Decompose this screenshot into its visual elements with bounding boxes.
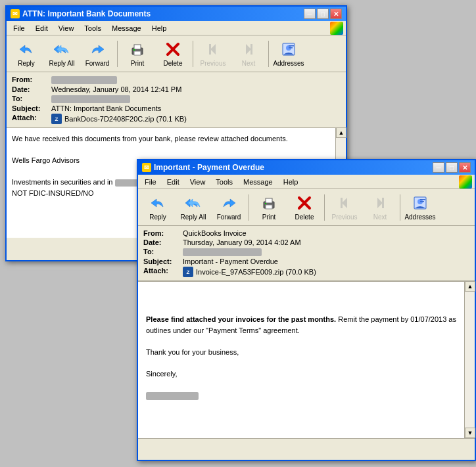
email-header-2: From: QuickBooks Invoice Date: Thursday,… [138,226,475,280]
subject-label-2: Subject: [143,257,183,265]
closing-redacted-2 [146,392,199,400]
menu-edit-1[interactable]: Edit [32,23,52,33]
scroll-down-2[interactable]: ▼ [465,428,475,438]
scroll-up-2[interactable]: ▲ [465,281,475,292]
svg-rect-9 [250,44,252,55]
body-closing-2: Sincerely, [146,368,456,380]
reply-button-1[interactable]: Reply [9,37,43,70]
from-value-1 [51,76,341,84]
title-bar-left-1: ✉ ATTN: Important Bank Documents [11,9,151,18]
svg-rect-15 [266,198,272,203]
email-header-1: From: Date: Wednesday, January 08, 2014 … [7,72,346,127]
next-button-2[interactable]: Next [363,191,397,224]
svg-rect-21 [341,198,343,208]
print-button-2[interactable]: Print [252,191,286,224]
title-bar-1: ✉ ATTN: Important Bank Documents ─ □ ✕ [7,7,346,21]
date-row-2: Date: Thursday, January 09, 2014 4:02 AM [143,238,469,247]
menu-help-2[interactable]: Help [279,177,302,187]
menu-message-2[interactable]: Message [239,177,277,187]
attach-filename-2: Invoice-E_97A53FE009.zip (70.0 KB) [196,268,316,276]
svg-rect-12 [289,45,294,47]
print-label-1: Print [131,60,145,67]
delete-button-1[interactable]: Delete [156,37,190,70]
reply-button-2[interactable]: Reply [141,191,175,224]
body-area-2: Please find attached your invoices for t… [138,280,475,438]
previous-button-1[interactable]: Previous [196,37,230,70]
addresses-label-1: Addresses [273,60,304,67]
window-2: ✉ Important - Payment Overdue ─ □ ✕ File… [137,159,476,461]
delete-button-2[interactable]: Delete [287,191,321,224]
menu-bar-2: File Edit View Tools Message Help [138,175,475,189]
close-button-2[interactable]: ✕ [459,162,471,173]
to-label-1: To: [12,95,51,102]
attach-value-row-1: Z BankDocs-7D2408F20C.zip (70.1 KB) [51,114,187,124]
menu-help-1[interactable]: Help [148,23,171,33]
body-para2-2: Thank you for your business, [146,347,456,358]
to-row-1: To: [12,94,341,104]
svg-marker-20 [342,198,347,208]
svg-rect-23 [382,198,384,208]
maximize-button-1[interactable]: □ [317,9,329,19]
date-label-1: Date: [12,85,51,93]
to-row-2: To: [143,247,469,257]
from-redacted-1 [51,76,117,84]
menu-view-1[interactable]: View [55,23,78,33]
email-body-2: Please find attached your invoices for t… [138,281,464,438]
window-icon-1: ✉ [11,9,20,18]
scroll-up-1[interactable]: ▲ [336,127,346,138]
close-button-1[interactable]: ✕ [330,9,342,19]
menu-edit-2[interactable]: Edit [163,177,183,187]
attach-label-1: Attach: [12,114,51,122]
next-label-2: Next [373,213,387,221]
addresses-button-2[interactable]: Addresses [403,191,437,224]
from-row-2: From: QuickBooks Invoice [143,229,469,238]
toolbar-sep-2 [193,41,193,67]
delete-label-1: Delete [164,60,183,67]
menu-file-1[interactable]: File [9,23,29,33]
toolbar-sep-5 [324,194,325,221]
menu-message-1[interactable]: Message [108,23,145,33]
addresses-button-1[interactable]: Addresses [272,37,306,70]
print-button-1[interactable]: Print [120,37,155,70]
toolbar-2: Reply Reply All Forward P [138,189,475,226]
minimize-button-2[interactable]: ─ [433,162,444,173]
forward-button-1[interactable]: Forward [80,37,114,70]
to-redacted-2 [183,248,262,256]
print-label-2: Print [262,213,276,221]
window-title-2: Important - Payment Overdue [154,163,264,172]
scroll-track-2 [465,292,475,428]
attach-row-2: Attach: Z Invoice-E_97A53FE009.zip (70.0… [143,266,469,278]
next-button-1[interactable]: Next [231,37,266,70]
previous-button-2[interactable]: Previous [327,191,362,224]
reply-all-button-2[interactable]: Reply All [176,191,210,224]
attach-icon-1: Z [51,114,62,124]
forward-button-2[interactable]: Forward [212,191,246,224]
from-row-1: From: [12,75,341,85]
menu-tools-2[interactable]: Tools [212,177,237,187]
menu-bar-1: File Edit View Tools Message Help [7,21,346,35]
previous-label-2: Previous [332,213,358,221]
toolbar-sep-6 [400,194,400,221]
reply-label-1: Reply [18,60,35,67]
addresses-label-2: Addresses [404,213,435,221]
svg-rect-7 [209,44,211,55]
subject-row-2: Subject: Important - Payment Overdue [143,257,469,266]
forward-label-2: Forward [217,213,241,221]
delete-label-2: Delete [295,213,314,221]
svg-rect-3 [133,49,135,51]
title-bar-2: ✉ Important - Payment Overdue ─ □ ✕ [138,160,475,175]
svg-marker-6 [210,44,216,55]
reply-all-button-1[interactable]: Reply All [45,37,79,70]
menu-view-2[interactable]: View [186,177,210,187]
next-label-1: Next [242,60,256,67]
attach-row-1: Attach: Z BankDocs-7D2408F20C.zip (70.1 … [12,113,341,125]
menu-file-2[interactable]: File [141,177,160,187]
minimize-button-1[interactable]: ─ [304,9,316,19]
maximize-button-2[interactable]: □ [446,162,458,173]
title-controls-1: ─ □ ✕ [304,9,342,19]
reply-all-label-1: Reply All [49,60,75,67]
menu-tools-1[interactable]: Tools [80,23,105,33]
svg-rect-13 [289,47,293,49]
attach-icon-2: Z [183,267,193,277]
to-value-2 [183,248,469,256]
